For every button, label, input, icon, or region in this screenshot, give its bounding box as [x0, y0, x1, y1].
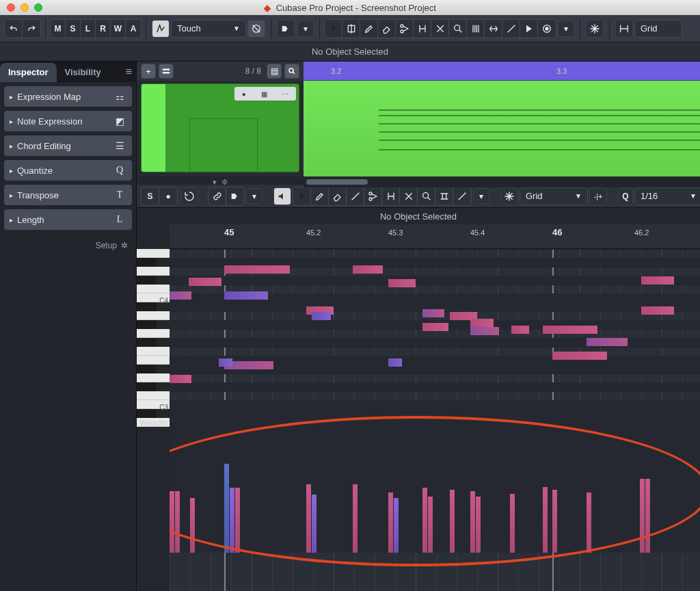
midi-note[interactable]	[170, 375, 191, 383]
midi-note[interactable]	[388, 358, 402, 367]
automation-mode-dropdown[interactable]: Touch▼	[171, 20, 246, 38]
inspector-setup[interactable]: Setup ✲	[0, 234, 136, 257]
project-ruler[interactable]: 3.2 3.3	[304, 62, 700, 81]
midi-note[interactable]	[224, 265, 290, 274]
section-chord-editing[interactable]: ▸Chord Editing☰	[4, 135, 132, 156]
editor-autoscroll-button[interactable]	[226, 187, 244, 205]
snap-toggle[interactable]	[586, 20, 604, 38]
read-all-button[interactable]: R	[96, 20, 111, 38]
automation-panel-button[interactable]	[247, 20, 265, 38]
velocity-bar[interactable]	[170, 491, 174, 553]
midi-note[interactable]	[587, 338, 628, 346]
auto-scroll-button[interactable]	[277, 20, 295, 38]
editor-timewarp-tool[interactable]	[435, 187, 453, 205]
midi-note[interactable]	[189, 278, 221, 286]
tab-visibility[interactable]: Visibility	[57, 63, 109, 82]
velocity-bar[interactable]	[470, 491, 475, 553]
editor-draw-tool[interactable]	[311, 187, 329, 205]
solo-all-button[interactable]: S	[66, 20, 81, 38]
undo-button[interactable]	[5, 20, 23, 38]
velocity-bar[interactable]	[476, 497, 481, 553]
pointer-tool[interactable]	[325, 20, 342, 38]
editor-snap-toggle[interactable]	[500, 187, 518, 205]
velocity-bar[interactable]	[450, 490, 455, 553]
velocity-bar[interactable]	[428, 497, 433, 553]
redo-button[interactable]	[23, 20, 40, 38]
retrospective-record-button[interactable]	[180, 187, 198, 205]
write-all-button[interactable]: W	[111, 20, 126, 38]
automation-suspend-button[interactable]: A	[126, 20, 141, 38]
velocity-bar[interactable]	[306, 484, 311, 553]
editor-mute-tool[interactable]	[400, 187, 418, 205]
tab-inspector[interactable]: Inspector	[0, 63, 57, 82]
toggle-track-list-button[interactable]: ▤	[267, 64, 282, 79]
editor-ruler[interactable]: 4545.245.345.44646.2	[170, 224, 700, 249]
section-expression-map[interactable]: ▸Expression Map⚏	[4, 86, 132, 107]
comp-tool[interactable]	[467, 20, 485, 38]
inspector-menu-icon[interactable]: ≡	[126, 66, 132, 78]
mute-all-button[interactable]: M	[51, 20, 66, 38]
snap-type-dropdown[interactable]: Grid	[634, 20, 682, 38]
section-quantize[interactable]: ▸QuantizeQ	[4, 160, 132, 181]
horizontal-scrollbar[interactable]	[304, 176, 700, 187]
solo-editor-button[interactable]: S	[142, 187, 159, 205]
velocity-bar[interactable]	[235, 488, 240, 553]
editor-split-tool[interactable]	[364, 187, 382, 205]
editor-autoscroll-menu[interactable]: ▾	[246, 188, 262, 205]
color-tool[interactable]	[538, 20, 556, 38]
midi-note[interactable]	[552, 352, 607, 360]
velocity-bar[interactable]	[224, 464, 229, 553]
midi-note[interactable]	[422, 323, 448, 331]
event-display[interactable]: 3.2 3.3	[304, 62, 700, 176]
midi-note[interactable]	[170, 291, 191, 300]
midi-note[interactable]	[641, 276, 674, 285]
color-menu[interactable]: ▾	[558, 21, 574, 37]
link-editors-button[interactable]	[208, 187, 226, 205]
velocity-bar[interactable]	[543, 487, 548, 553]
section-length[interactable]: ▸LengthL	[4, 209, 132, 230]
midi-note[interactable]	[224, 291, 268, 300]
split-tool[interactable]	[396, 20, 414, 38]
midi-note[interactable]	[312, 312, 331, 320]
listen-button[interactable]: L	[81, 20, 96, 38]
line-tool[interactable]	[502, 20, 520, 38]
find-track-button[interactable]	[284, 64, 299, 79]
editor-glue-tool[interactable]	[382, 187, 400, 205]
track-controls[interactable]: ●▦⋯	[234, 87, 296, 101]
velocity-bar[interactable]	[230, 488, 234, 553]
velocity-bar[interactable]	[312, 495, 317, 553]
velocity-bar[interactable]	[552, 490, 557, 553]
editor-line-tool[interactable]	[453, 187, 471, 205]
editor-snap-type-dropdown[interactable]: Grid▼	[520, 187, 588, 205]
quantize-preset-dropdown[interactable]: 1/16▼	[634, 187, 700, 205]
range-tool[interactable]	[342, 20, 360, 38]
midi-note[interactable]	[641, 306, 674, 315]
zoom-tool[interactable]	[449, 20, 467, 38]
midi-part[interactable]	[304, 81, 700, 176]
midi-note[interactable]	[543, 326, 597, 334]
track-preset-button[interactable]	[159, 64, 174, 79]
velocity-bar[interactable]	[190, 498, 195, 553]
velocity-bar[interactable]	[353, 484, 358, 553]
quantize-apply-button[interactable]: Q	[618, 187, 633, 205]
piano-keyboard[interactable]: C4C3	[137, 224, 170, 591]
automation-mode-icon[interactable]	[152, 20, 170, 38]
acoustic-feedback-button[interactable]	[273, 187, 291, 205]
velocity-bar[interactable]	[175, 491, 180, 553]
play-tool[interactable]	[520, 20, 538, 38]
velocity-bar[interactable]	[510, 494, 515, 553]
velocity-bar[interactable]	[640, 479, 645, 553]
nudge-amount-button[interactable]: -|+	[589, 187, 607, 205]
record-in-editor-button[interactable]: ●	[159, 187, 177, 205]
midi-note[interactable]	[219, 358, 232, 367]
midi-note[interactable]	[353, 265, 383, 274]
midi-note[interactable]	[470, 327, 499, 335]
editor-pointer-tool[interactable]	[293, 187, 311, 205]
section-transpose[interactable]: ▸TransposeT	[4, 185, 132, 205]
auto-scroll-menu[interactable]: ▾	[297, 21, 314, 37]
timewarp-tool[interactable]	[485, 20, 502, 38]
add-track-button[interactable]: +	[141, 64, 156, 79]
note-display[interactable]: 4545.245.345.44646.2	[170, 224, 700, 591]
midi-note[interactable]	[422, 309, 444, 317]
glue-tool[interactable]	[414, 20, 431, 38]
